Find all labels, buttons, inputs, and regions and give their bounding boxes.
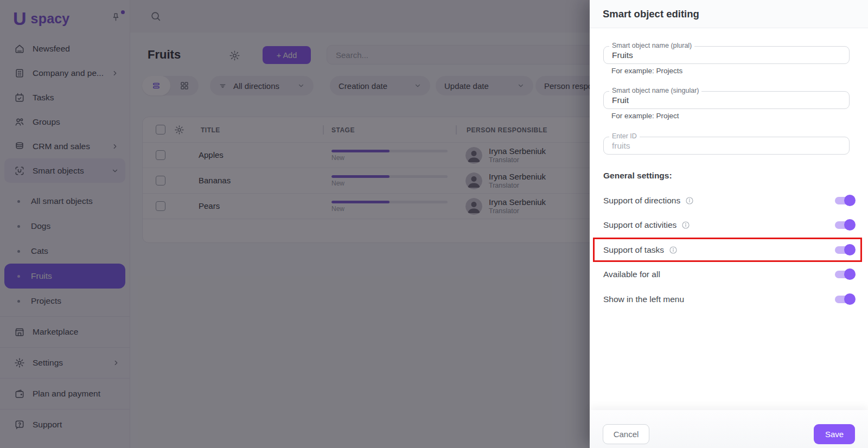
plural-name-field: Smart object name (plural) (603, 46, 850, 64)
toggle-row-support-activities: Support of activities (603, 216, 854, 234)
info-icon[interactable] (681, 221, 690, 229)
general-settings-heading: General settings: (603, 171, 672, 181)
show-left-menu-toggle[interactable] (835, 296, 854, 303)
support-tasks-toggle[interactable] (835, 246, 854, 254)
support-activities-toggle[interactable] (835, 221, 854, 229)
modal-dim-overlay (0, 0, 590, 448)
id-field: Enter ID (603, 137, 850, 155)
toggle-label: Support of activities (603, 220, 676, 230)
toggle-row-show-left-menu: Show in the left menu (603, 290, 854, 309)
toggle-row-support-tasks: Support of tasks (603, 241, 854, 259)
toggle-row-support-directions: Support of directions (603, 191, 854, 210)
smart-object-editing-drawer: Smart object editing Smart object name (… (590, 0, 868, 448)
singular-name-helper: For example: Project (611, 112, 679, 120)
info-icon[interactable] (685, 196, 694, 205)
available-for-all-toggle[interactable] (835, 271, 854, 278)
drawer-header: Smart object editing (590, 0, 868, 28)
plural-name-label: Smart object name (plural) (609, 42, 694, 49)
cancel-button[interactable]: Cancel (603, 424, 649, 444)
toggle-label: Show in the left menu (603, 295, 684, 304)
singular-name-field: Smart object name (singular) (603, 91, 850, 109)
id-field-label: Enter ID (609, 132, 640, 140)
toggle-label: Available for all (603, 270, 660, 279)
support-directions-toggle[interactable] (835, 197, 854, 204)
drawer-footer: Cancel Save (590, 410, 868, 448)
id-input[interactable] (604, 137, 849, 154)
toggle-label: Support of tasks (603, 245, 664, 255)
save-button[interactable]: Save (814, 424, 855, 444)
singular-name-label: Smart object name (singular) (609, 87, 701, 94)
drawer-title: Smart object editing (603, 8, 699, 20)
info-icon[interactable] (669, 246, 678, 254)
toggle-row-available-for-all: Available for all (603, 265, 854, 284)
plural-name-helper: For example: Projects (611, 67, 682, 75)
toggle-label: Support of directions (603, 196, 680, 206)
